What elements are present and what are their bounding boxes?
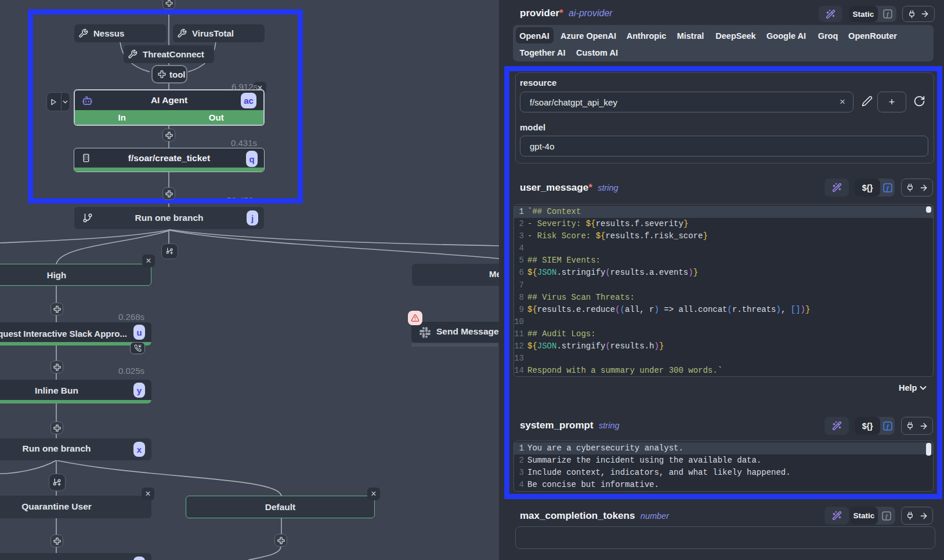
svg-text:f: f <box>887 184 889 191</box>
svg-text:f: f <box>887 11 889 17</box>
svg-text:f: f <box>885 512 888 519</box>
svg-text:f: f <box>887 423 889 429</box>
